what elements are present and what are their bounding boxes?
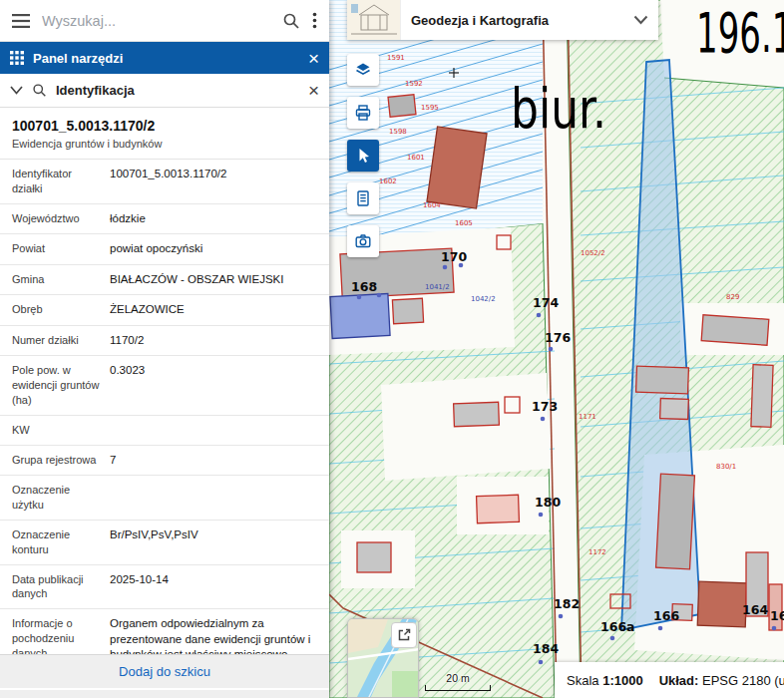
attribute-value: 100701_5.0013.1170/2 [110, 167, 317, 196]
attribute-label: Grupa rejestrowa [12, 453, 110, 469]
scalebar-label: 20 m [446, 672, 469, 684]
attribute-row: Oznaczenie użytku [0, 476, 329, 521]
map-toolbar [347, 54, 379, 257]
panel-title: Panel narzędzi [33, 51, 123, 66]
map-label: 170 [441, 249, 467, 264]
attribute-label: Informacje o pochodzeniu danych [12, 616, 110, 654]
attribute-label: Obręb [12, 302, 110, 318]
attribute-label: Województwo [12, 211, 110, 227]
map-label: biur. [511, 77, 606, 141]
menu-button[interactable] [12, 14, 30, 28]
pointer-icon [354, 147, 372, 165]
attribute-value: 2025-10-14 [110, 572, 317, 602]
attribute-value: Organem odpowiedzialnym za prezentowane … [110, 616, 317, 654]
basemap-label: Geodezja i Kartografia [411, 13, 549, 28]
expand-overview-button[interactable] [391, 622, 417, 648]
map-label: 180 [535, 495, 561, 510]
map-area: 196.1biur.168170174176173180182184166a16… [329, 0, 784, 698]
map-label: 1601 [407, 154, 425, 162]
map-label: 1041/2 [425, 283, 450, 291]
camera-icon [354, 232, 372, 250]
chevron-down-icon [633, 11, 648, 29]
map-label: 1592 [405, 80, 423, 88]
attributes-tool-button[interactable] [347, 182, 379, 214]
map-label: 184 [533, 641, 559, 656]
chevron-down-icon [10, 86, 23, 95]
attribute-row: GminaBIAŁACZÓW - OBSZAR WIEJSKI [0, 265, 329, 296]
map-label: 1171 [579, 413, 596, 421]
scalebar: 20 m [425, 672, 491, 691]
layers-tool-button[interactable] [347, 54, 379, 86]
result-panel[interactable]: 100701_5.0013.1170/2 Ewidencja gruntów i… [0, 108, 329, 654]
map-label: 1172 [588, 548, 606, 556]
attribute-label: Pole pow. w ewidencji gruntów (ha) [12, 363, 110, 408]
map-label: 168 [351, 279, 377, 294]
panel-header: Panel narzędzi × [0, 42, 329, 74]
attribute-label: KW [12, 423, 110, 438]
basemap-selector[interactable]: Geodezja i Kartografia [347, 0, 658, 40]
map-label: 1605 [455, 219, 473, 227]
search-bar [0, 0, 329, 42]
attribute-value: BIAŁACZÓW - OBSZAR WIEJSKI [110, 272, 317, 288]
map-label: 162 [770, 608, 784, 623]
attribute-row: Oznaczenie konturuBr/PsIV,PsV,PsIV [0, 521, 329, 565]
attribute-label: Numer działki [12, 333, 110, 349]
attribute-value [110, 423, 317, 438]
parcel-subtitle: Ewidencja gruntów i budynków [0, 136, 329, 160]
more-options-button[interactable] [312, 12, 317, 29]
map-label: 166 [653, 608, 679, 623]
panel-footer: Dodaj do szkicu [0, 654, 329, 698]
attribute-label: Oznaczenie użytku [12, 483, 110, 513]
add-to-sketch-button[interactable]: Dodaj do szkicu [0, 654, 329, 688]
layers-icon [354, 61, 372, 79]
hamburger-icon [12, 14, 30, 28]
map-label: 182 [554, 596, 580, 611]
map-label: 173 [532, 399, 558, 414]
attribute-row: Grupa rejestrowa7 [0, 446, 329, 477]
collapse-button[interactable] [10, 86, 23, 95]
attribute-row: Data publikacji danych2025-10-14 [0, 565, 329, 610]
crs-value: EPSG 2180 (u [702, 673, 784, 688]
statusbar: Skala 1:1000 Układ: EPSG 2180 (u [555, 662, 784, 698]
close-identify-button[interactable]: × [308, 81, 319, 100]
next-action-bar[interactable] [0, 688, 329, 698]
left-panel: Panel narzędzi × Identyfikacja × 100701_… [0, 0, 329, 698]
search-icon [282, 12, 300, 30]
search-button[interactable] [282, 12, 300, 30]
expand-icon [397, 628, 411, 642]
attribute-label: Gmina [12, 272, 110, 288]
map-label: 174 [533, 295, 559, 310]
map-label: 1602 [379, 177, 397, 185]
basemap-thumbnail [347, 0, 401, 40]
map-label: 166a [600, 619, 635, 634]
printer-icon [354, 104, 372, 122]
close-panel-button[interactable]: × [308, 49, 319, 68]
attribute-value: 7 [110, 453, 317, 469]
print-tool-button[interactable] [347, 97, 379, 129]
map-label: 1598 [389, 128, 407, 136]
map-label: 829 [726, 293, 739, 301]
attribute-table: Identyfikator działki100701_5.0013.1170/… [0, 160, 329, 654]
attribute-value: łódzkie [110, 211, 317, 227]
attribute-value: Br/PsIV,PsV,PsIV [110, 527, 317, 557]
attribute-label: Identyfikator działki [12, 167, 110, 196]
map-label: 196.1 [696, 2, 784, 66]
map-label: 1595 [421, 104, 439, 112]
tools-grid-icon [10, 51, 24, 65]
crs-readout: Układ: EPSG 2180 (u [659, 673, 784, 688]
attribute-row: Pole pow. w ewidencji gruntów (ha)0.3023 [0, 356, 329, 416]
identify-tool-button[interactable] [347, 140, 379, 172]
geoportal-app: Panel narzędzi × Identyfikacja × 100701_… [0, 0, 784, 698]
scale-value: 1:1000 [602, 673, 642, 688]
screenshot-tool-button[interactable] [347, 225, 379, 257]
map-label: 830/1 [716, 463, 736, 471]
attribute-row: Powiatpowiat opoczyński [0, 234, 329, 265]
identify-icon [32, 83, 47, 98]
attribute-label: Data publikacji danych [12, 572, 110, 602]
map-label: 176 [545, 330, 571, 345]
map-label: 1604 [423, 201, 441, 209]
search-input[interactable] [42, 13, 270, 29]
map-canvas[interactable]: 196.1biur.168170174176173180182184166a16… [329, 0, 784, 698]
attribute-row: Informacje o pochodzeniu danychOrganem o… [0, 609, 329, 654]
map-label: 1042/2 [471, 295, 496, 303]
